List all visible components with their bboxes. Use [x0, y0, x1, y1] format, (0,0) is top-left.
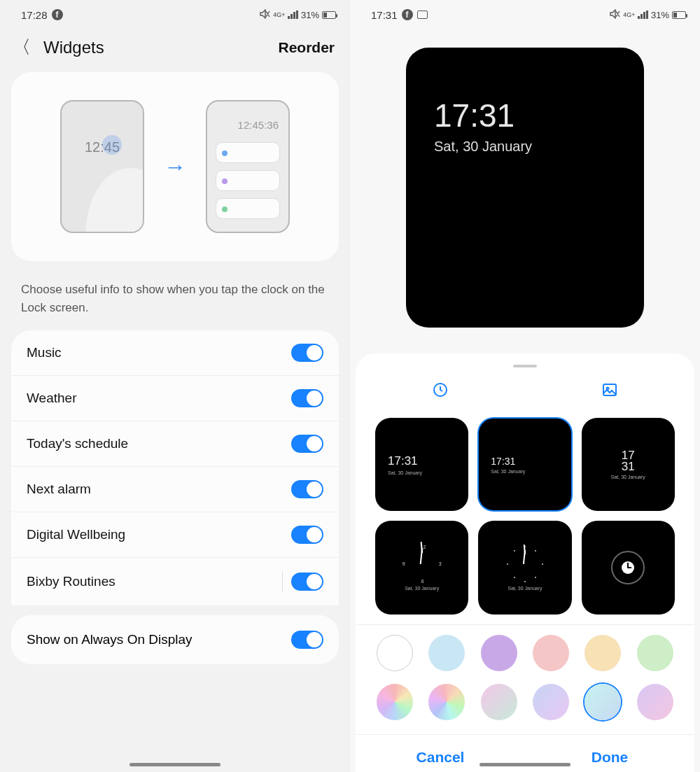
battery-label: 31%	[651, 10, 669, 20]
toggle-switch[interactable]	[291, 526, 323, 544]
back-icon[interactable]: 〈	[13, 35, 31, 59]
toggle-row-bixby[interactable]: Bixby Routines	[11, 557, 339, 605]
clock-style-option[interactable]: Sat, 30 January	[478, 521, 571, 614]
color-swatch[interactable]	[481, 684, 517, 720]
toggle-row-schedule[interactable]: Today's schedule	[11, 421, 339, 466]
style-time: 17:31	[388, 454, 418, 468]
clock-style-option[interactable]: 17:31 Sat, 30 January	[375, 418, 468, 511]
color-swatch[interactable]	[533, 635, 569, 671]
home-indicator[interactable]	[130, 763, 220, 766]
battery-icon	[672, 11, 686, 19]
reorder-button[interactable]: Reorder	[278, 39, 335, 56]
toggle-row-wellbeing[interactable]: Digital Wellbeing	[11, 512, 339, 557]
analog-clock-icon: 12 3 6 9	[402, 545, 442, 584]
clock-style-grid: 17:31 Sat, 30 January 17:31 Sat, 30 Janu…	[356, 405, 694, 624]
preview-date: Sat, 30 January	[434, 139, 644, 155]
status-bar: 17:31 f 4G+ 31%	[350, 0, 700, 27]
widgets-settings-screen: 17:28 f 4G+ 31% 〈 Widgets Reorder 12:45	[0, 0, 350, 772]
illust-time-after: 12:45:36	[238, 119, 279, 131]
row-label: Music	[27, 345, 62, 360]
clock-style-option[interactable]: 12 3 6 9 Sat, 30 January	[375, 521, 468, 614]
toggle-switch[interactable]	[291, 480, 323, 498]
clock-style-option[interactable]	[582, 521, 675, 614]
arrow-right-icon: →	[164, 154, 186, 180]
toggle-switch[interactable]	[291, 573, 323, 591]
toggle-switch[interactable]	[291, 389, 323, 407]
divider	[282, 571, 283, 592]
widget-toggle-list: Music Weather Today's schedule Next alar…	[11, 330, 339, 605]
toggle-switch[interactable]	[291, 631, 323, 649]
signal-icon	[288, 10, 298, 19]
illust-phone-after: 12:45:36	[206, 100, 290, 233]
home-indicator[interactable]	[479, 763, 570, 766]
color-swatch[interactable]	[637, 635, 673, 671]
battery-icon	[322, 11, 336, 19]
toggle-row-weather[interactable]: Weather	[11, 375, 339, 421]
status-time: 17:28	[21, 9, 48, 21]
row-label: Digital Wellbeing	[27, 527, 125, 542]
clock-style-option[interactable]: 1731 Sat, 30 January	[582, 418, 675, 511]
row-label: Bixby Routines	[27, 574, 115, 589]
aod-row[interactable]: Show on Always On Display	[11, 615, 339, 664]
toggle-switch[interactable]	[291, 435, 323, 453]
illust-phone-before: 12:45	[60, 100, 144, 233]
mute-icon	[609, 9, 620, 21]
clock-style-option[interactable]: 17:31 Sat, 30 January	[478, 418, 571, 511]
network-label: 4G+	[623, 12, 635, 18]
style-date: Sat, 30 January	[507, 586, 542, 591]
tab-image[interactable]	[525, 374, 694, 405]
color-swatch[interactable]	[533, 684, 569, 720]
style-date: Sat, 30 January	[405, 586, 439, 591]
lock-screen-preview: 17:31 Sat, 30 January	[406, 48, 644, 328]
style-date: Sat, 30 January	[611, 475, 645, 479]
style-time: 17:31	[491, 456, 515, 467]
tab-clock[interactable]	[356, 374, 525, 405]
status-bar: 17:28 f 4G+ 31%	[0, 0, 350, 27]
clock-style-screen: 17:31 f 4G+ 31% 17:31 Sat, 30 January	[350, 0, 700, 772]
color-swatch[interactable]	[377, 635, 413, 671]
style-date: Sat, 30 January	[491, 469, 525, 474]
row-label: Next alarm	[27, 482, 91, 497]
facebook-icon: f	[402, 9, 413, 20]
preview-time: 17:31	[434, 97, 644, 134]
illustration-card: 12:45 → 12:45:36	[11, 72, 339, 261]
color-swatch[interactable]	[428, 684, 465, 720]
style-time: 1731	[622, 450, 635, 472]
clock-icon	[611, 551, 645, 584]
style-sheet: 17:31 Sat, 30 January 17:31 Sat, 30 Janu…	[356, 353, 694, 772]
toggle-row-music[interactable]: Music	[11, 330, 339, 375]
tab-row	[356, 374, 694, 405]
header: 〈 Widgets Reorder	[0, 27, 350, 72]
color-swatch-grid	[356, 624, 694, 730]
row-label: Show on Always On Display	[27, 632, 192, 647]
signal-icon	[638, 10, 648, 19]
color-swatch[interactable]	[428, 635, 465, 671]
gallery-icon	[417, 10, 428, 19]
color-swatch[interactable]	[584, 635, 621, 671]
mute-icon	[259, 9, 270, 21]
color-swatch[interactable]	[637, 684, 673, 720]
color-swatch[interactable]	[481, 635, 517, 671]
facebook-icon: f	[52, 9, 63, 20]
toggle-switch[interactable]	[291, 344, 323, 362]
network-label: 4G+	[273, 12, 285, 18]
analog-clock-icon	[505, 545, 545, 584]
row-label: Today's schedule	[27, 436, 128, 451]
color-swatch[interactable]	[584, 684, 621, 720]
sheet-grabber[interactable]	[513, 365, 537, 367]
battery-label: 31%	[301, 10, 319, 20]
page-title: Widgets	[43, 38, 104, 57]
color-swatch[interactable]	[377, 684, 413, 720]
row-label: Weather	[27, 391, 76, 406]
description-text: Choose useful info to show when you tap …	[0, 274, 350, 330]
style-date: Sat, 30 January	[388, 470, 422, 475]
toggle-row-alarm[interactable]: Next alarm	[11, 466, 339, 512]
status-time: 17:31	[371, 9, 398, 21]
